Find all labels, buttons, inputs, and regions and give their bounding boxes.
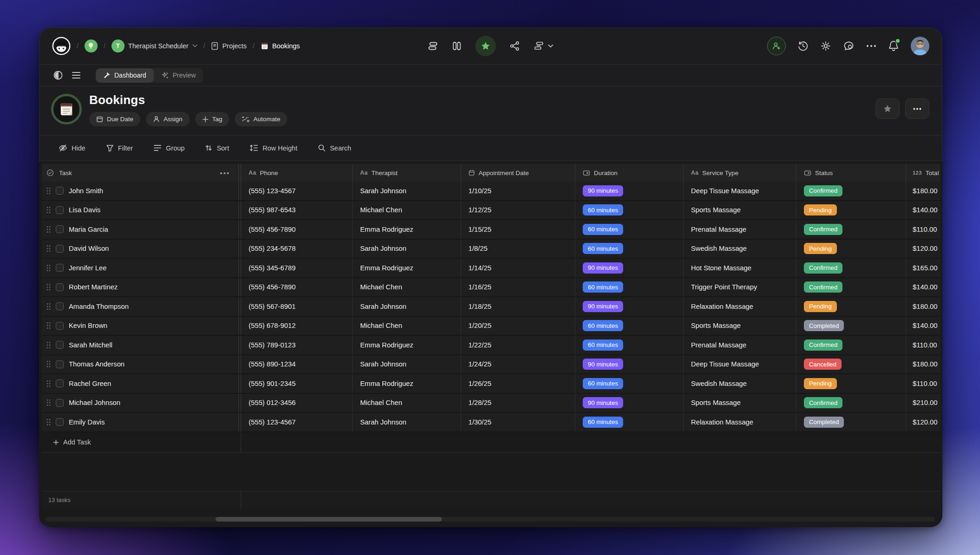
total-cost-cell[interactable]: $110.00 [906, 336, 941, 354]
sort-button[interactable]: Sort [205, 144, 229, 152]
phone-cell[interactable]: (555) 123-4567 [241, 182, 353, 200]
duration-badge[interactable]: 60 minutes [583, 204, 623, 215]
drag-handle[interactable] [46, 303, 51, 310]
duration-cell[interactable]: 60 minutes [575, 336, 684, 354]
views-menu[interactable] [534, 41, 553, 51]
duration-badge[interactable]: 90 minutes [583, 301, 623, 312]
row-checkbox[interactable] [56, 206, 64, 214]
row-checkbox[interactable] [56, 322, 64, 330]
breadcrumb-projects[interactable]: Projects [211, 42, 246, 50]
status-badge[interactable]: Pending [804, 243, 837, 254]
hide-button[interactable]: Hide [59, 144, 86, 152]
status-badge[interactable]: Pending [804, 301, 837, 312]
duration-badge[interactable]: 60 minutes [583, 224, 623, 235]
column-more-icon[interactable]: ••• [220, 169, 230, 177]
table-row[interactable]: Amanda Thompson (555) 567-8901 Sarah Joh… [42, 297, 941, 317]
row-checkbox[interactable] [56, 341, 64, 349]
page-icon[interactable] [51, 94, 82, 124]
duration-badge[interactable]: 60 minutes [583, 281, 623, 293]
task-name[interactable]: Maria Garcia [69, 226, 108, 233]
service-type-cell[interactable]: Relaxation Massage [684, 297, 796, 316]
chevron-down-icon[interactable] [192, 44, 197, 47]
duration-cell[interactable]: 90 minutes [575, 394, 684, 412]
column-header-phone[interactable]: AaPhone [241, 164, 353, 182]
task-name[interactable]: David Wilson [69, 245, 109, 252]
row-checkbox[interactable] [56, 399, 64, 407]
task-name[interactable]: Thomas Anderson [69, 360, 125, 368]
duration-cell[interactable]: 60 minutes [575, 317, 684, 335]
duration-cell[interactable]: 90 minutes [575, 182, 684, 200]
breadcrumb-page[interactable]: Bookings [261, 42, 300, 50]
phone-cell[interactable]: (555) 890-1234 [241, 355, 353, 374]
duration-badge[interactable]: 60 minutes [583, 340, 623, 351]
drag-handle[interactable] [46, 322, 51, 329]
table-row[interactable]: Maria Garcia (555) 456-7890 Emma Rodrigu… [42, 220, 941, 240]
more-icon[interactable] [866, 45, 876, 47]
row-checkbox[interactable] [56, 302, 64, 310]
phone-cell[interactable]: (555) 678-9012 [241, 317, 353, 335]
group-button[interactable]: Group [153, 144, 184, 152]
appointment-date-cell[interactable]: 1/16/25 [461, 278, 575, 297]
column-header-task[interactable]: Task ••• [42, 164, 239, 182]
due-date-button[interactable]: Due Date [89, 112, 140, 126]
row-checkbox[interactable] [56, 264, 64, 272]
more-options-button[interactable] [905, 98, 929, 119]
therapist-cell[interactable]: Sarah Johnson [353, 355, 461, 374]
phone-cell[interactable]: (555) 901-2345 [241, 374, 353, 393]
table-row[interactable]: John Smith (555) 123-4567 Sarah Johnson … [42, 182, 941, 201]
phone-cell[interactable]: (555) 456-7890 [241, 278, 353, 297]
table-row[interactable]: Sarah Mitchell (555) 789-0123 Emma Rodri… [42, 336, 941, 355]
table-row[interactable]: Lisa Davis (555) 987-6543 Michael Chen 1… [42, 201, 941, 221]
appointment-date-cell[interactable]: 1/30/25 [461, 413, 575, 431]
task-name[interactable]: Lisa Davis [69, 206, 100, 214]
appointment-date-cell[interactable]: 1/24/25 [461, 355, 575, 374]
phone-cell[interactable]: (555) 345-6789 [241, 259, 353, 277]
total-cost-cell[interactable]: $120.00 [906, 240, 941, 258]
drag-handle[interactable] [46, 399, 51, 406]
gear-icon[interactable] [820, 40, 831, 52]
history-icon[interactable] [797, 40, 809, 52]
tag-button[interactable]: Tag [195, 112, 230, 126]
duration-cell[interactable]: 60 minutes [575, 278, 684, 297]
automate-button[interactable]: Automate [235, 112, 287, 126]
search-button[interactable]: Search [318, 144, 351, 152]
service-type-cell[interactable]: Prenatal Massage [684, 336, 796, 354]
drag-handle[interactable] [46, 341, 51, 349]
duration-cell[interactable]: 90 minutes [575, 259, 684, 277]
total-cost-cell[interactable]: $120.00 [906, 413, 941, 431]
status-badge[interactable]: Completed [804, 417, 844, 428]
status-badge[interactable]: Pending [804, 204, 837, 215]
tab-dashboard[interactable]: Dashboard [96, 68, 154, 83]
bell-icon[interactable] [888, 40, 899, 52]
duration-badge[interactable]: 90 minutes [583, 359, 623, 370]
therapist-cell[interactable]: Sarah Johnson [353, 240, 461, 258]
duration-cell[interactable]: 90 minutes [575, 297, 684, 316]
table-row[interactable]: Michael Johnson (555) 012-3456 Michael C… [42, 394, 941, 413]
duration-cell[interactable]: 60 minutes [575, 240, 684, 258]
columns-view-icon[interactable] [452, 41, 461, 51]
app-logo-icon[interactable] [52, 37, 71, 55]
service-type-cell[interactable]: Swedish Massage [684, 240, 796, 258]
service-type-cell[interactable]: Trigger Point Therapy [684, 278, 796, 297]
therapist-cell[interactable]: Emma Rodriguez [353, 336, 461, 354]
task-name[interactable]: Amanda Thompson [69, 303, 129, 310]
avatar[interactable] [911, 37, 929, 55]
duration-cell[interactable]: 60 minutes [575, 220, 684, 239]
duration-cell[interactable]: 90 minutes [575, 355, 684, 374]
column-header-appointment-date[interactable]: Appointment Date [461, 164, 575, 182]
task-name[interactable]: Kevin Brown [69, 322, 107, 329]
status-badge[interactable]: Confirmed [804, 340, 842, 351]
total-cost-cell[interactable]: $180.00 [906, 297, 941, 316]
therapist-cell[interactable]: Emma Rodriguez [353, 259, 461, 277]
duration-badge[interactable]: 60 minutes [583, 417, 623, 428]
service-type-cell[interactable]: Sports Massage [684, 201, 796, 220]
breadcrumb-workspace[interactable]: T Therapist Scheduler [112, 39, 197, 52]
column-header-duration[interactable]: Duration [575, 164, 684, 182]
status-badge[interactable]: Cancelled [804, 359, 842, 370]
total-cost-cell[interactable]: $140.00 [906, 317, 941, 335]
appointment-date-cell[interactable]: 1/18/25 [461, 297, 575, 316]
tab-preview[interactable]: Preview [154, 68, 204, 83]
status-cell[interactable]: Completed [796, 317, 906, 335]
status-cell[interactable]: Cancelled [796, 355, 906, 374]
total-cost-cell[interactable]: $110.00 [906, 220, 941, 239]
